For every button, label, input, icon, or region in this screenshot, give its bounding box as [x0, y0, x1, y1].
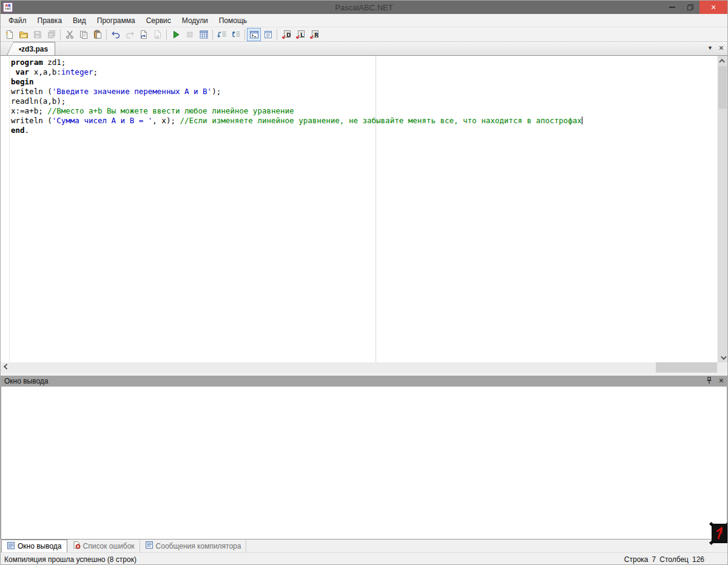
export-file-icon [153, 30, 163, 39]
toolbar-separator [212, 29, 213, 40]
template-l-button[interactable]: L [293, 28, 307, 41]
compile-status-message: Компиляция прошла успешно (8 строк) [4, 555, 136, 564]
undo-icon [111, 30, 121, 39]
toolbar-separator [60, 29, 61, 40]
status-column-value: 126 [692, 555, 704, 564]
code-area: program zd1; var x,a,b:integer;beginwrit… [11, 58, 582, 135]
menu-file[interactable]: Файл [3, 15, 32, 27]
toolbar-separator [277, 29, 277, 40]
show-form-designer-icon [263, 30, 273, 39]
scroll-left-button[interactable] [1, 362, 11, 373]
menu-program[interactable]: Программа [92, 15, 141, 27]
output-window-body [1, 387, 727, 540]
copy-button[interactable] [76, 28, 90, 41]
menu-help[interactable]: Помощь [214, 15, 252, 27]
copy-icon [79, 30, 89, 39]
output-window-title: Окно вывода [4, 377, 49, 385]
outdent-button[interactable] [215, 28, 229, 41]
vertical-scrollbar[interactable] [717, 56, 727, 362]
reload-file-button[interactable] [136, 28, 150, 41]
scroll-up-button[interactable] [718, 56, 727, 66]
pascalabc-window: ABnet PascalABC.NET × ФайлПравкаВидПрогр… [0, 0, 728, 565]
template-d-button[interactable]: D [279, 28, 293, 41]
code-editor[interactable]: program zd1; var x,a,b:integer;beginwrit… [1, 56, 727, 362]
tab-label: •zd3.pas [7, 42, 55, 55]
save-all-button[interactable] [44, 28, 58, 41]
status-column-label: Столбец [659, 555, 689, 564]
tool-window-tabs: Окно выводаСписок ошибокСообщения компил… [1, 540, 727, 552]
menu-service[interactable]: Сервис [141, 15, 177, 27]
gutter-line [9, 56, 10, 362]
vertical-scroll-thumb[interactable] [718, 66, 727, 109]
scroll-down-button[interactable] [718, 353, 727, 362]
output-window-icon [7, 541, 15, 552]
output-window-header[interactable]: Окно вывода × [1, 376, 727, 387]
horizontal-scroll-thumb[interactable] [11, 362, 656, 373]
reload-file-icon [139, 30, 149, 39]
export-file-button[interactable] [150, 28, 164, 41]
tab-close-icon[interactable]: × [719, 44, 724, 52]
cut-button[interactable] [62, 28, 76, 41]
close-button[interactable]: × [699, 1, 727, 14]
output-close-icon[interactable]: × [719, 376, 724, 385]
show-output-window-button[interactable] [247, 28, 261, 41]
menu-bar: ФайлПравкаВидПрограммаСервисМодулиПомощь [1, 14, 727, 27]
toolbar-separator [106, 29, 107, 40]
svg-text:R: R [314, 32, 318, 38]
minimize-icon [669, 7, 675, 8]
compiler-messages-icon [145, 541, 153, 551]
chevron-left-icon [4, 364, 10, 370]
menu-edit[interactable]: Правка [32, 15, 68, 27]
error-list-icon [72, 541, 81, 551]
restore-icon [687, 4, 694, 11]
stop-button[interactable] [183, 28, 197, 41]
indent-button[interactable] [229, 28, 243, 41]
document-tab-bar: •zd3.pas ▼ × [1, 42, 727, 56]
code-line: readln(a,b); [11, 96, 582, 106]
tab-compiler-messages[interactable]: Сообщения компилятора [140, 540, 247, 552]
template-r-button[interactable]: R [307, 28, 321, 41]
chevron-down-icon [720, 354, 726, 360]
show-output-window-icon [249, 30, 259, 39]
symbols-grid-icon [199, 30, 209, 39]
tab-error-list[interactable]: Список ошибок [67, 540, 140, 552]
code-line: writeln ('Введите значение переменных A … [11, 87, 582, 96]
save-file-button[interactable] [30, 28, 44, 41]
open-file-button[interactable] [16, 28, 30, 41]
tool-tab-label: Окно вывода [18, 542, 62, 550]
code-line: begin [11, 77, 582, 87]
run-button[interactable] [169, 28, 183, 41]
status-line-label: Строка [624, 555, 649, 564]
code-line: program zd1; [11, 58, 582, 67]
pin-icon[interactable] [706, 376, 713, 385]
selection-artifact [712, 524, 727, 543]
undo-button[interactable] [109, 28, 123, 41]
minimize-button[interactable] [663, 1, 681, 14]
symbols-grid-button[interactable] [197, 28, 211, 41]
menu-view[interactable]: Вид [67, 15, 92, 27]
tab-output-window[interactable]: Окно вывода [1, 540, 67, 552]
new-file-icon [5, 30, 15, 39]
tab-zd3-pas[interactable]: •zd3.pas [7, 42, 55, 55]
paste-icon [93, 30, 103, 39]
close-icon: × [711, 2, 716, 12]
template-r-icon: R [309, 30, 319, 39]
text-caret [582, 117, 583, 124]
code-line: x:=a+b; //Вместо a+b Вы можете ввести лю… [11, 106, 582, 116]
indent-icon [231, 30, 241, 39]
redo-button[interactable] [123, 28, 136, 41]
code-line: var x,a,b:integer; [11, 67, 582, 77]
redo-icon [125, 30, 135, 39]
horizontal-scrollbar[interactable] [1, 362, 727, 373]
open-file-icon [19, 30, 29, 39]
code-line: writeln ('Сумма чисел A и B = ', x); //Е… [11, 116, 582, 126]
paste-button[interactable] [90, 28, 104, 41]
show-form-designer-button[interactable] [261, 28, 275, 41]
new-file-button[interactable] [2, 28, 16, 41]
template-d-icon: D [281, 30, 291, 39]
tool-tab-label: Сообщения компилятора [156, 542, 241, 550]
code-line: end. [11, 126, 582, 135]
menu-modules[interactable]: Модули [177, 15, 214, 27]
restore-button[interactable] [681, 1, 699, 14]
tab-list-dropdown-icon[interactable]: ▼ [707, 45, 713, 51]
